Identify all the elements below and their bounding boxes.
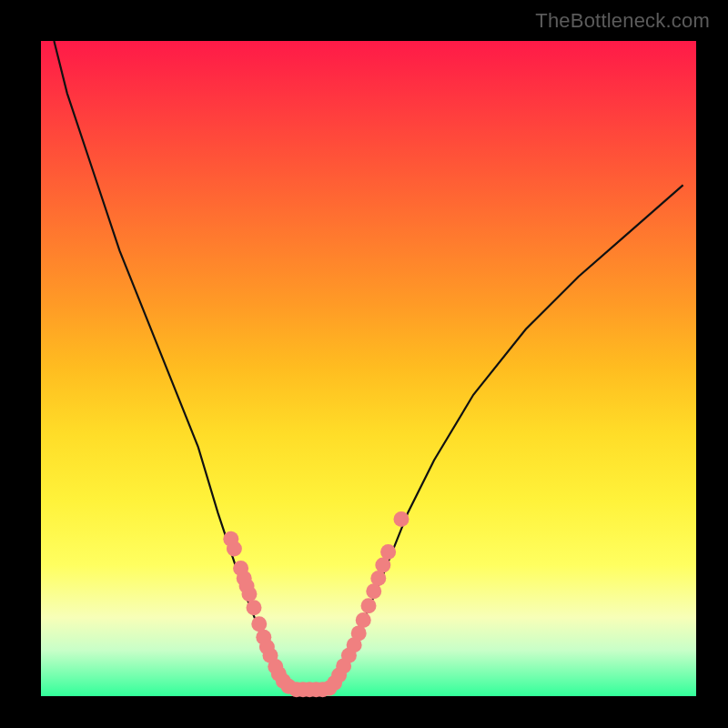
chart-svg (41, 41, 696, 696)
stage: TheBottleneck.com (0, 0, 728, 728)
overlay-dot (247, 600, 262, 615)
watermark-text: TheBottleneck.com (535, 9, 710, 33)
overlay-dot (227, 541, 242, 557)
overlay-dot (380, 544, 396, 560)
curve-right-path (329, 185, 683, 688)
overlay-dot (361, 598, 377, 613)
overlay-dot (241, 586, 257, 602)
overlay-dot (356, 612, 371, 628)
plot-area (41, 41, 696, 696)
overlay-dot (394, 511, 410, 527)
overlay-dots (223, 511, 409, 697)
